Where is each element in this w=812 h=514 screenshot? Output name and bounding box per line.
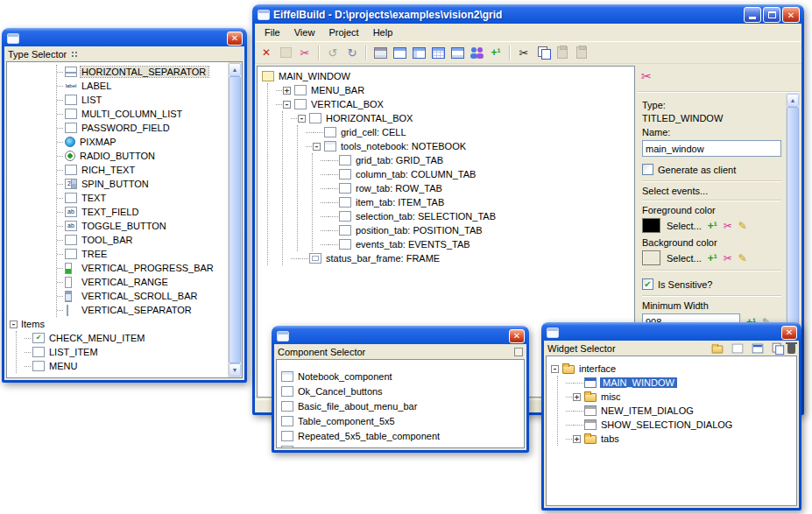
type-item-text[interactable]: TEXT bbox=[57, 191, 228, 205]
expand-icon[interactable]: + bbox=[573, 435, 581, 443]
is-sensitive-checkbox[interactable]: ✔ bbox=[642, 278, 653, 290]
select-events-button[interactable]: Select events... bbox=[642, 186, 781, 196]
type-item-pixmap[interactable]: PIXMAP bbox=[57, 135, 228, 149]
type-item-check-menu-item[interactable]: ✔ CHECK_MENU_ITEM bbox=[25, 331, 228, 345]
collapse-icon[interactable]: - bbox=[551, 365, 559, 373]
tree-node-row-tab[interactable]: row_tab: ROW_TAB bbox=[321, 181, 634, 195]
component-selector-titlebar[interactable]: ✕ bbox=[274, 326, 526, 344]
tree-node-selection-tab[interactable]: selection_tab: SELECTION_TAB bbox=[321, 209, 634, 223]
component-item-menu-bar[interactable]: Basic_file_about_menu_bar bbox=[280, 398, 524, 413]
paste-icon[interactable] bbox=[554, 44, 571, 61]
type-item-vertical-range[interactable]: VERTICAL_RANGE bbox=[57, 275, 228, 289]
widget-node-main-window[interactable]: MAIN_WINDOW bbox=[566, 376, 796, 390]
component-item-table[interactable]: Table_component_5x5 bbox=[280, 413, 524, 428]
type-item-vertical-separator[interactable]: VERTICAL_SEPARATOR bbox=[57, 303, 228, 317]
undo-icon[interactable]: ↺ bbox=[324, 44, 342, 61]
collapse-icon[interactable]: - bbox=[313, 143, 321, 151]
close-button[interactable]: ✕ bbox=[781, 326, 797, 340]
collapse-icon[interactable]: - bbox=[10, 320, 18, 328]
eraser-icon[interactable]: ✎ bbox=[738, 253, 747, 264]
menu-view[interactable]: View bbox=[287, 25, 322, 40]
type-item-list[interactable]: LIST bbox=[57, 93, 228, 107]
widget-node-show-selection-dialog[interactable]: SHOW_SELECTION_DIALOG bbox=[566, 418, 796, 432]
type-item-spin-button[interactable]: 2 SPIN_BUTTON bbox=[57, 177, 228, 191]
type-item-tool-bar[interactable]: TOOL_BAR bbox=[57, 233, 228, 247]
disabled-icon[interactable] bbox=[277, 44, 294, 61]
type-item-horizontal-separator[interactable]: HORIZONTAL_SEPARATOR bbox=[57, 65, 228, 79]
tree-node-tools-notebook[interactable]: - tools_notebook: NOTEBOOK bbox=[306, 139, 634, 153]
detach-icon[interactable] bbox=[514, 348, 523, 356]
type-item-tree[interactable]: TREE bbox=[57, 247, 228, 261]
tree-node-horizontal-box[interactable]: - HORIZONTAL_BOX bbox=[291, 111, 634, 125]
plus-one-icon[interactable]: +¹ bbox=[708, 253, 717, 264]
eraser-icon[interactable]: ✎ bbox=[738, 221, 747, 231]
menu-project[interactable]: Project bbox=[321, 25, 365, 40]
tree-node-vertical-box[interactable]: - VERTICAL_BOX bbox=[276, 97, 634, 111]
foreground-color-swatch[interactable] bbox=[642, 218, 660, 233]
widget-node-new-item-dialog[interactable]: NEW_ITEM_DIALOG bbox=[566, 404, 796, 418]
new-widget-icon[interactable] bbox=[732, 344, 744, 354]
type-item-radio-button[interactable]: RADIO_BUTTON bbox=[57, 149, 228, 163]
maximize-button[interactable] bbox=[763, 7, 780, 23]
component-item-repeated-table[interactable]: Repeated_5x5_table_component bbox=[280, 428, 524, 443]
menu-help[interactable]: Help bbox=[366, 25, 400, 40]
background-color-swatch[interactable] bbox=[642, 250, 660, 265]
copy-icon[interactable] bbox=[772, 343, 784, 355]
generate-code-icon[interactable] bbox=[371, 44, 389, 61]
main-titlebar[interactable]: EiffelBuild - D:\projects\examples\visio… bbox=[255, 4, 801, 24]
type-item-password-field[interactable]: PASSWORD_FIELD bbox=[57, 121, 228, 135]
users-icon[interactable] bbox=[468, 44, 485, 61]
view-split-icon[interactable] bbox=[410, 44, 427, 61]
widget-node-interface[interactable]: - interface bbox=[551, 362, 796, 376]
tree-node-grid-cell[interactable]: grid_cell: CELL bbox=[306, 125, 634, 139]
type-item-list-item[interactable]: LIST_ITEM bbox=[25, 345, 228, 359]
expand-icon[interactable]: + bbox=[573, 393, 581, 401]
modify-icon[interactable]: ✂ bbox=[724, 221, 732, 231]
type-item-multi-column-list[interactable]: MULTI_COLUMN_LIST bbox=[57, 107, 228, 121]
tree-node-events-tab[interactable]: events_tab: EVENTS_TAB bbox=[321, 237, 634, 251]
tree-node-item-tab[interactable]: item_tab: ITEM_TAB bbox=[321, 195, 634, 209]
background-select-button[interactable]: Select... bbox=[667, 253, 702, 264]
type-item-vertical-scroll-bar[interactable]: VERTICAL_SCROLL_BAR bbox=[57, 289, 228, 303]
scrollbar-thumb[interactable] bbox=[229, 76, 241, 363]
type-item-text-field[interactable]: ab TEXT_FIELD bbox=[57, 205, 228, 219]
collapse-icon[interactable]: - bbox=[298, 115, 306, 123]
modify-icon[interactable]: ✂ bbox=[724, 253, 732, 264]
foreground-select-button[interactable]: Select... bbox=[667, 221, 702, 231]
close-button[interactable]: ✕ bbox=[782, 7, 800, 23]
scroll-up-icon[interactable]: ▲ bbox=[787, 94, 799, 107]
close-button[interactable]: ✕ bbox=[227, 32, 243, 46]
widget-node-tabs[interactable]: + tabs bbox=[566, 432, 796, 446]
expand-icon[interactable]: + bbox=[283, 87, 291, 95]
close-button[interactable]: ✕ bbox=[509, 329, 525, 343]
type-group-items[interactable]: - Items bbox=[10, 317, 228, 331]
cut-icon[interactable]: ✂ bbox=[515, 44, 533, 61]
tools-icon[interactable]: ✂ bbox=[641, 69, 652, 83]
tree-node-grid-tab[interactable]: grid_tab: GRID_TAB bbox=[321, 153, 634, 167]
drag-handle-icon[interactable] bbox=[71, 51, 79, 59]
component-item-notebook[interactable]: Notebook_component bbox=[280, 369, 524, 384]
type-selector-scrollbar[interactable]: ▲ ▼ bbox=[228, 62, 242, 377]
tools-icon[interactable]: ✂ bbox=[296, 44, 314, 61]
new-window-icon[interactable] bbox=[752, 344, 764, 354]
tree-node-position-tab[interactable]: position_tab: POSITION_TAB bbox=[321, 223, 634, 237]
tree-node-menu-bar[interactable]: + MENU_BAR bbox=[276, 83, 634, 97]
copy-icon[interactable] bbox=[534, 44, 552, 61]
view-grid-icon[interactable] bbox=[429, 44, 447, 61]
paste-special-icon[interactable] bbox=[573, 44, 590, 61]
generate-client-checkbox[interactable] bbox=[642, 164, 653, 175]
component-item-ok-cancel[interactable]: Ok_Cancel_buttons bbox=[280, 384, 524, 398]
delete-icon[interactable]: ✕ bbox=[258, 44, 275, 61]
tree-node-main-window[interactable]: MAIN_WINDOW bbox=[261, 69, 634, 83]
view-panes-icon[interactable] bbox=[448, 44, 466, 61]
type-item-label[interactable]: label LABEL bbox=[57, 79, 228, 93]
type-item-menu[interactable]: MENU bbox=[25, 359, 228, 373]
widget-selector-titlebar[interactable]: ✕ bbox=[544, 322, 799, 341]
add-widget-icon[interactable]: +¹ bbox=[487, 44, 505, 61]
component-item-tree[interactable]: Tree bbox=[280, 443, 524, 448]
type-item-toggle-button[interactable]: ab TOGGLE_BUTTON bbox=[57, 219, 228, 233]
type-item-vertical-progress-bar[interactable]: VERTICAL_PROGRESS_BAR bbox=[57, 261, 228, 275]
type-selector-titlebar[interactable]: ✕ bbox=[4, 28, 244, 46]
tree-node-status-bar-frame[interactable]: status_bar_frame: FRAME bbox=[291, 251, 634, 265]
minimize-button[interactable] bbox=[744, 7, 761, 23]
